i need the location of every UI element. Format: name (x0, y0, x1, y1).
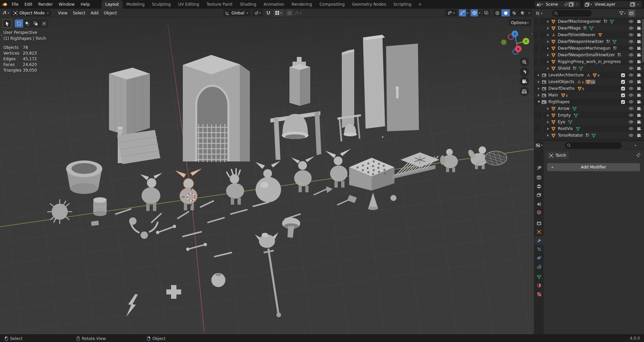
properties-tab-scene[interactable] (534, 199, 544, 208)
workspace-tab-uv-editing[interactable]: UV Editing (174, 0, 203, 9)
proportional-editing-toggle[interactable] (286, 9, 293, 16)
disable-render-toggle[interactable] (636, 60, 642, 64)
menu-window[interactable]: Window (56, 0, 77, 9)
outliner-row-levelarchitecture[interactable]: LevelArchitecture9 (534, 72, 644, 78)
tweak-tool-button[interactable] (3, 19, 12, 28)
outliner-row-empty[interactable]: Empty (534, 112, 644, 119)
disable-render-toggle[interactable] (636, 133, 642, 138)
outliner-row-levelobjects[interactable]: LevelObjects319 (534, 78, 644, 85)
expander-icon[interactable] (546, 60, 550, 63)
workspace-tab-sculpting[interactable]: Sculpting (148, 0, 174, 9)
blender-logo-icon[interactable] (0, 2, 9, 7)
properties-tab-texture[interactable] (534, 290, 544, 298)
snap-settings-dropdown[interactable]: ▾ (273, 9, 284, 16)
expander-icon[interactable] (546, 47, 550, 50)
expander-icon[interactable] (546, 67, 550, 70)
overlays-dropdown[interactable]: ▾ (471, 9, 481, 16)
select-set-button[interactable] (15, 19, 23, 27)
camera-view-button[interactable] (520, 77, 529, 86)
expander-icon[interactable] (546, 33, 550, 37)
expander-icon[interactable] (546, 20, 550, 23)
expander-icon[interactable] (546, 134, 550, 137)
proportional-falloff-dropdown[interactable]: ▾ (294, 9, 302, 16)
expander-icon[interactable] (536, 74, 541, 77)
outliner-search-input[interactable] (552, 10, 592, 17)
breadcrumb[interactable]: Torch (546, 152, 569, 159)
hide-viewport-toggle[interactable] (628, 107, 634, 111)
expander-icon[interactable] (536, 94, 541, 97)
disable-render-toggle[interactable] (636, 26, 642, 30)
properties-tab-particles[interactable] (534, 245, 544, 254)
outliner-row-eye[interactable]: Eye (534, 119, 644, 125)
workspace-tab-animation[interactable]: Animation (260, 0, 288, 9)
add-modifier-button[interactable]: ＋ Add Modifier (547, 163, 640, 171)
menu-render[interactable]: Render (35, 0, 56, 9)
expander-icon[interactable] (546, 40, 550, 43)
outliner-row-arrow[interactable]: Arrow (534, 105, 644, 112)
pivot-point-dropdown[interactable]: ▾ (252, 9, 263, 16)
viewport-menu-view[interactable]: View (55, 9, 70, 17)
properties-tab-view-layer[interactable] (534, 191, 544, 199)
outliner-display-mode-dropdown[interactable]: ▾ (536, 10, 543, 17)
hide-viewport-toggle[interactable] (628, 100, 634, 104)
viewport-menu-select[interactable]: Select (70, 9, 88, 17)
outliner-row-dwarfmage[interactable]: DwarfMage (534, 25, 644, 31)
sidebar-toggle[interactable]: ‹ (531, 31, 533, 36)
hide-viewport-toggle[interactable] (628, 60, 634, 64)
expander-icon[interactable] (546, 107, 550, 110)
outliner-row-torsorotator[interactable]: TorsoRotator (534, 132, 644, 139)
disable-render-toggle[interactable] (636, 113, 642, 118)
collection-checkbox[interactable] (620, 86, 626, 91)
shading-wireframe-button[interactable] (493, 9, 501, 16)
hide-viewport-toggle[interactable] (628, 120, 634, 124)
disable-render-toggle[interactable] (636, 46, 642, 51)
hide-viewport-toggle[interactable] (628, 113, 634, 117)
outliner-row-dwarfweaponsmallhowitzer[interactable]: DwarfWeaponSmallHowitzer (534, 52, 644, 58)
new-scene-button[interactable] (568, 2, 574, 7)
expander-icon[interactable] (546, 121, 550, 124)
disable-render-toggle[interactable] (636, 107, 642, 111)
workspace-tab-texture-paint[interactable]: Texture Paint (203, 0, 236, 9)
collection-checkbox[interactable] (620, 93, 626, 97)
shading-material-button[interactable] (510, 9, 518, 16)
workspace-tab-rendering[interactable]: Rendering (288, 0, 316, 9)
select-intersect-button[interactable] (40, 19, 48, 27)
expander-icon[interactable] (536, 100, 541, 103)
select-subtract-button[interactable] (32, 19, 40, 27)
outliner-scrollbar[interactable] (642, 19, 644, 62)
properties-tab-object[interactable] (534, 227, 544, 236)
properties-tab-render[interactable] (534, 173, 544, 182)
pin-icon[interactable] (564, 2, 568, 7)
disable-render-toggle[interactable] (636, 80, 642, 84)
shading-solid-button[interactable] (501, 9, 510, 16)
transform-orientation-dropdown[interactable]: Global ▾ (223, 9, 251, 16)
outliner-row-shield[interactable]: Shield (534, 65, 644, 72)
disable-render-toggle[interactable] (636, 120, 642, 124)
disable-render-toggle[interactable] (636, 100, 642, 104)
collection-checkbox[interactable] (620, 100, 626, 104)
navigation-gizmo[interactable]: Z Y X (501, 29, 532, 60)
hide-viewport-toggle[interactable] (628, 80, 634, 84)
editor-type-dropdown[interactable]: ▾ (2, 9, 10, 16)
expander-icon[interactable] (546, 27, 550, 30)
pan-view-button[interactable] (520, 67, 529, 77)
hide-viewport-toggle[interactable] (628, 86, 634, 90)
menu-help[interactable]: Help (77, 0, 93, 9)
perspective-toggle-button[interactable] (520, 87, 529, 96)
outliner-row-dwarfshieldbearer[interactable]: DwarfShieldBearer (534, 31, 644, 38)
properties-tab-material[interactable] (534, 281, 544, 290)
workspace-tab-compositing[interactable]: Compositing (316, 0, 348, 9)
workspace-tab-shading[interactable]: Shading (236, 0, 260, 9)
properties-editor-dropdown[interactable]: ▾ (536, 142, 543, 149)
hide-viewport-toggle[interactable] (628, 66, 634, 70)
expander-icon[interactable] (546, 54, 550, 57)
outliner-row-rigshapes[interactable]: RigShapes (534, 98, 644, 105)
viewlayer-selector[interactable]: ▾ ViewLayer ✕ (583, 1, 642, 8)
shading-dropdown[interactable]: ▾ (527, 9, 532, 16)
properties-search-input[interactable] (565, 142, 622, 149)
viewport-menu-add[interactable]: Add (88, 9, 101, 17)
collection-checkbox[interactable] (620, 73, 626, 77)
properties-tab-physics[interactable] (534, 254, 544, 262)
hide-viewport-toggle[interactable] (628, 19, 634, 23)
new-viewlayer-button[interactable] (630, 2, 636, 7)
